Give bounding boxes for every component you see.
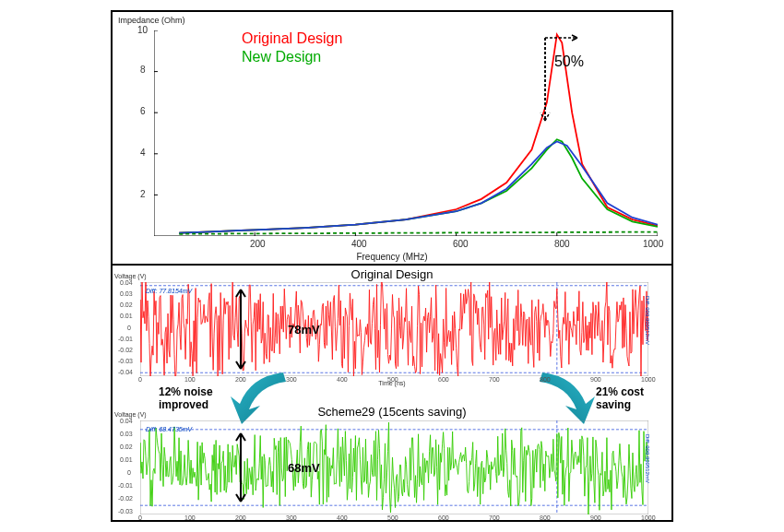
- ytick-10: 10: [137, 25, 148, 35]
- impedance-x-axis-label: Frequency (MHz): [356, 252, 427, 262]
- sy--0.03: -0.03: [118, 508, 133, 514]
- xtick-600: 600: [453, 239, 469, 249]
- orig-wave-title: Original Design: [351, 267, 434, 281]
- oy-0.03: 0.03: [120, 290, 133, 297]
- pct-label: 50%: [554, 53, 584, 69]
- cost-pct-text: 21% cost: [596, 385, 644, 398]
- sy-0.01: 0.01: [120, 456, 133, 463]
- xtick-400: 400: [337, 376, 348, 383]
- xtick-400: 400: [337, 514, 348, 521]
- xtick-100: 100: [184, 376, 196, 383]
- xtick-300: 300: [286, 376, 297, 383]
- impedance-chart-panel: Impedance (Ohm) 2 4 6 8 10 200 400 600 8…: [113, 12, 671, 266]
- xtick-400: 400: [351, 239, 367, 249]
- scheme-right-marker: Diff: 999.999512mV: [645, 434, 650, 483]
- xtick-900: 900: [590, 376, 601, 383]
- legend-new: New Design: [242, 49, 342, 65]
- xtick-1000: 1000: [641, 376, 656, 383]
- oy-0: 0: [127, 325, 131, 331]
- xtick-600: 600: [438, 514, 449, 521]
- xtick-0: 0: [138, 514, 142, 521]
- noise-waveform-panel: Original Design Voltage (V) Diff: 77.815…: [113, 266, 671, 520]
- orig-vspan-arrow-icon: [232, 288, 249, 371]
- xtick-1000: 1000: [641, 514, 656, 521]
- peak-reduction-annotation: 50%: [554, 53, 584, 70]
- orig-voltage-label: Voltage (V): [114, 273, 147, 279]
- ytick-2: 2: [140, 189, 146, 199]
- ytick-6: 6: [140, 106, 146, 116]
- sy-0.04: 0.04: [120, 418, 133, 424]
- ytick-8: 8: [140, 65, 146, 75]
- oy--0.04: -0.04: [118, 369, 133, 375]
- sy-0.03: 0.03: [120, 431, 133, 437]
- figure-frame: Impedance (Ohm) 2 4 6 8 10 200 400 600 8…: [111, 10, 673, 522]
- scheme-wave-title: Scheme29 (15cents saving): [317, 405, 466, 419]
- impedance-legend: Original Design New Design: [242, 30, 342, 65]
- oy--0.03: -0.03: [118, 358, 133, 364]
- oy-0.01: 0.01: [120, 313, 133, 319]
- orig-wave-svg: [140, 282, 648, 376]
- reduction-arrow-icon: [504, 33, 587, 135]
- impedance-y-axis-label: Impedance (Ohm): [118, 16, 185, 25]
- oy--0.01: -0.01: [118, 336, 133, 342]
- scheme-mv-annotation: 68mV: [288, 461, 320, 475]
- xtick-1000: 1000: [643, 239, 663, 249]
- scheme-vspan-arrow-icon: [232, 432, 249, 503]
- sy--0.01: -0.01: [118, 482, 133, 489]
- legend-original: Original Design: [242, 30, 342, 47]
- scheme-wave-svg: [140, 420, 648, 514]
- noise-improved-text: improved: [159, 398, 208, 411]
- xtick-700: 700: [489, 514, 500, 521]
- sy-0: 0: [127, 469, 131, 476]
- orig-wave-block: Voltage (V) Diff: 77.8154mV Diff: 999.99…: [140, 282, 648, 376]
- xtick-500: 500: [387, 514, 398, 521]
- noise-pct-text: 12% noise: [159, 385, 213, 398]
- xtick-0: 0: [138, 376, 142, 383]
- sy--0.02: -0.02: [118, 495, 133, 502]
- scheme-wave-block: Voltage (V) Diff: 68.4735mV Diff: 999.99…: [140, 420, 648, 514]
- xtick-500: 500: [387, 376, 398, 383]
- scheme-voltage-label: Voltage (V): [114, 411, 147, 418]
- xtick-800: 800: [540, 514, 551, 521]
- xtick-700: 700: [489, 376, 500, 383]
- xtick-800: 800: [554, 239, 570, 249]
- sy-0.02: 0.02: [120, 443, 133, 450]
- xtick-200: 200: [235, 376, 246, 383]
- xtick-100: 100: [184, 514, 196, 521]
- orig-mv-annotation: 78mV: [288, 323, 320, 337]
- orig-right-marker: Diff: 999.999512mV: [645, 296, 650, 345]
- noise-improvement-note: 12% noise improved: [159, 385, 213, 411]
- xtick-600: 600: [438, 376, 449, 383]
- orig-diff-label: Diff: 77.8154mV: [146, 288, 192, 294]
- cost-saving-note: 21% cost saving: [596, 385, 644, 411]
- scheme-diff-label: Diff: 68.4735mV: [146, 426, 192, 432]
- xtick-300: 300: [286, 514, 297, 521]
- xtick-200: 200: [250, 239, 266, 249]
- oy-0.02: 0.02: [120, 301, 133, 308]
- xtick-900: 900: [590, 514, 601, 521]
- xtick-200: 200: [235, 514, 246, 521]
- oy-0.04: 0.04: [120, 279, 133, 286]
- xtick-800: 800: [540, 376, 551, 383]
- ytick-4: 4: [140, 148, 146, 158]
- oy--0.02: -0.02: [118, 347, 133, 353]
